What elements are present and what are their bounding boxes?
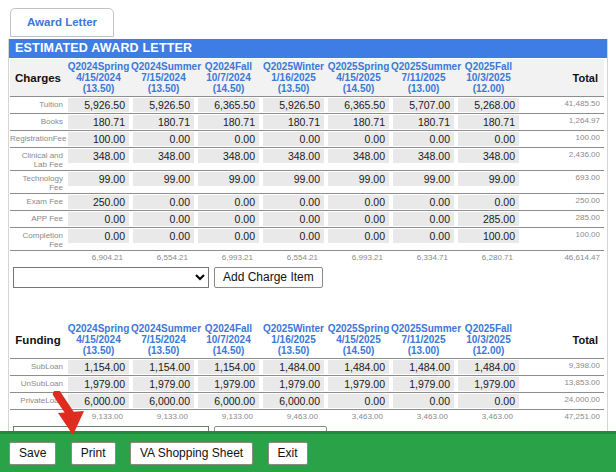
value-cell: 348.00 — [68, 149, 129, 163]
value-cell-wrap: 0.00 — [326, 228, 391, 251]
value-cell-wrap: 285.00 — [456, 211, 521, 228]
term-label: Q2025Winter — [261, 61, 326, 72]
value-cell-wrap: 6,000.00 — [66, 393, 131, 410]
value-cell: 0.00 — [263, 212, 324, 226]
subtotal-spacer — [10, 251, 66, 265]
term-credits: (13.00) — [391, 83, 456, 94]
subtotal-cell: 6,554.21 — [261, 251, 326, 265]
term-credits: (14.50) — [196, 345, 261, 356]
subtotal-cell: 6,993.21 — [196, 251, 261, 265]
value-cell: 0.00 — [328, 212, 389, 226]
term-date: 10/3/2025 — [456, 334, 521, 345]
value-cell: 99.00 — [393, 172, 454, 186]
value-cell-wrap: 0.00 — [456, 131, 521, 148]
row-label: SubLoan — [10, 359, 66, 376]
column-header-Q2025Summer: Q2025Summer7/11/2025(13.00) — [391, 321, 456, 359]
value-cell-wrap: 6,000.00 — [196, 393, 261, 410]
value-cell: 180.71 — [393, 115, 454, 129]
value-cell-wrap: 1,979.00 — [326, 376, 391, 393]
value-cell: 348.00 — [458, 149, 519, 163]
value-cell-wrap: 0.00 — [456, 393, 521, 410]
value-cell: 0.00 — [458, 394, 519, 408]
row-label: RegistrationFee — [10, 131, 66, 148]
table-row: PrivateLoan6,000.006,000.006,000.006,000… — [10, 393, 604, 410]
print-button[interactable]: Print — [71, 442, 116, 465]
value-cell-wrap: 1,979.00 — [131, 376, 196, 393]
value-cell: 0.00 — [68, 212, 129, 226]
row-label: Completion Fee — [10, 228, 66, 251]
row-total: 285.00 — [521, 211, 604, 228]
value-cell-wrap: 6,000.00 — [261, 393, 326, 410]
value-cell: 180.71 — [458, 115, 519, 129]
value-cell-wrap: 0.00 — [131, 194, 196, 211]
value-cell: 285.00 — [458, 212, 519, 226]
value-cell: 180.71 — [198, 115, 259, 129]
value-cell-wrap: 0.00 — [326, 393, 391, 410]
value-cell: 0.00 — [133, 132, 194, 146]
term-date: 4/15/2024 — [66, 72, 131, 83]
value-cell: 0.00 — [458, 195, 519, 209]
value-cell: 5,926.50 — [68, 98, 129, 112]
value-cell: 348.00 — [328, 149, 389, 163]
value-cell: 99.00 — [328, 172, 389, 186]
subtotal-row: 6,904.216,554.216,993.216,554.216,993.21… — [10, 251, 604, 265]
value-cell: 1,484.00 — [263, 360, 324, 374]
column-header-Q2025Winter: Q2025Winter1/16/2025(13.50) — [261, 321, 326, 359]
term-label: Q2025Summer — [391, 61, 456, 72]
value-cell-wrap: 1,979.00 — [196, 376, 261, 393]
va-shopping-sheet-button[interactable]: VA Shopping Sheet — [130, 442, 253, 465]
row-total: 1,264.97 — [521, 114, 604, 131]
column-header-Q2024Fall: Q2024Fall10/7/2024(14.50) — [196, 321, 261, 359]
column-header-Q2024Fall: Q2024Fall10/7/2024(14.50) — [196, 59, 261, 97]
value-cell: 100.00 — [68, 132, 129, 146]
value-cell-wrap: 0.00 — [391, 393, 456, 410]
value-cell-wrap: 180.71 — [456, 114, 521, 131]
page-title: ESTIMATED AWARD LETTER — [9, 39, 607, 58]
row-total: 693.00 — [521, 171, 604, 194]
subtotal-cell: 9,463.00 — [261, 410, 326, 424]
value-cell-wrap: 6,365.50 — [196, 97, 261, 114]
value-cell: 0.00 — [328, 132, 389, 146]
term-label: Q2024Fall — [196, 61, 261, 72]
tab-award-letter[interactable]: Award Letter — [10, 8, 114, 37]
subtotal-cell: 9,133.00 — [131, 410, 196, 424]
total-column-header: Total — [521, 321, 604, 359]
table-row: RegistrationFee100.000.000.000.000.000.0… — [10, 131, 604, 148]
term-date: 1/16/2025 — [261, 72, 326, 83]
value-cell: 0.00 — [263, 195, 324, 209]
exit-button[interactable]: Exit — [268, 442, 308, 465]
row-label: Tuition — [10, 97, 66, 114]
value-cell: 5,926.50 — [263, 98, 324, 112]
term-label: Q2024Spring — [66, 323, 131, 334]
value-cell-wrap: 0.00 — [326, 131, 391, 148]
charges-add-row: Add Charge Item — [13, 267, 604, 288]
value-cell-wrap: 0.00 — [326, 194, 391, 211]
value-cell: 6,000.00 — [263, 394, 324, 408]
subtotal-cell: 3,463.00 — [391, 410, 456, 424]
value-cell-wrap: 1,484.00 — [261, 359, 326, 376]
value-cell-wrap: 348.00 — [196, 148, 261, 171]
value-cell: 0.00 — [393, 212, 454, 226]
value-cell-wrap: 348.00 — [131, 148, 196, 171]
charges-add-select[interactable] — [13, 267, 209, 288]
value-cell: 0.00 — [263, 132, 324, 146]
value-cell-wrap: 100.00 — [456, 228, 521, 251]
row-label: APP Fee — [10, 211, 66, 228]
term-label: Q2025Fall — [456, 323, 521, 334]
value-cell-wrap: 1,484.00 — [326, 359, 391, 376]
column-header-Q2024Spring: Q2024Spring4/15/2024(13.50) — [66, 59, 131, 97]
footer-bar: Save Print VA Shopping Sheet Exit — [0, 431, 616, 472]
value-cell: 1,979.00 — [68, 377, 129, 391]
table-row: Completion Fee0.000.000.000.000.000.0010… — [10, 228, 604, 251]
charges-add-button[interactable]: Add Charge Item — [214, 267, 323, 288]
subtotal-cell: 6,904.21 — [66, 251, 131, 265]
value-cell: 1,979.00 — [133, 377, 194, 391]
value-cell: 0.00 — [133, 212, 194, 226]
save-button[interactable]: Save — [9, 442, 56, 465]
value-cell-wrap: 1,979.00 — [391, 376, 456, 393]
value-cell: 0.00 — [263, 229, 324, 243]
value-cell-wrap: 99.00 — [326, 171, 391, 194]
table-row: Books180.71180.71180.71180.71180.71180.7… — [10, 114, 604, 131]
value-cell-wrap: 0.00 — [66, 211, 131, 228]
value-cell-wrap: 180.71 — [196, 114, 261, 131]
